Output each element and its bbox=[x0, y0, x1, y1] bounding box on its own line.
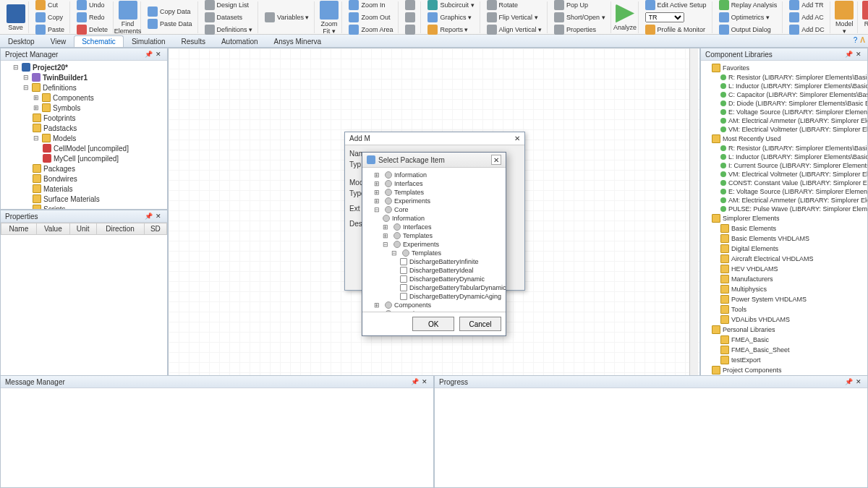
definitions-button[interactable]: Definitions ▾ bbox=[203, 24, 255, 35]
adddc-button[interactable]: Add DC bbox=[787, 24, 827, 35]
props-col[interactable]: SD bbox=[144, 223, 166, 235]
outputdialog-button[interactable]: Output Dialog bbox=[717, 24, 780, 35]
lib-mru-item[interactable]: R: Resistor (LIBRARY: Simplorer Elements… bbox=[720, 144, 865, 153]
pin-icon[interactable]: 📌 bbox=[144, 212, 153, 221]
lib-favorites[interactable]: Favorites bbox=[712, 63, 865, 73]
lib-personal[interactable]: Personal Libraries bbox=[712, 325, 865, 335]
rotate-button[interactable]: Rotate bbox=[485, 0, 545, 11]
close-icon[interactable]: ✕ bbox=[854, 377, 863, 386]
tree-footprints[interactable]: Footprints bbox=[33, 113, 166, 123]
lib-folder[interactable]: Power System VHDLAMS bbox=[720, 294, 865, 304]
shortopen-button[interactable]: Short/Open ▾ bbox=[552, 12, 608, 23]
lib-mru-item[interactable]: CONST: Constant Value (LIBRARY: Simplore… bbox=[720, 179, 865, 187]
addac-button[interactable]: Add AC bbox=[787, 12, 827, 23]
lib-mru-item[interactable]: VM: Electrical Voltmeter (LIBRARY: Simpl… bbox=[720, 170, 865, 179]
pkg-item[interactable]: Interfaces bbox=[383, 223, 503, 231]
pin-icon[interactable]: 📌 bbox=[844, 50, 853, 59]
lib-folder[interactable]: Digital Elements bbox=[720, 244, 865, 254]
tree-scripts[interactable]: Scripts bbox=[33, 204, 166, 209]
props-col[interactable]: Direction bbox=[96, 223, 144, 235]
project-tree[interactable]: Project20* TwinBuilder1 Definitions Comp… bbox=[1, 61, 167, 209]
lib-folder[interactable]: Basic Elements bbox=[720, 223, 865, 234]
tree-bondwires[interactable]: Bondwires bbox=[33, 174, 166, 184]
pin-icon[interactable]: 📌 bbox=[144, 50, 153, 59]
subcircuit-button[interactable]: Subcircuit ▾ bbox=[425, 0, 476, 11]
lib-folder[interactable]: Manufacturers bbox=[720, 274, 865, 284]
pkg-item[interactable]: Experiments bbox=[374, 197, 503, 205]
lib-personal-item[interactable]: testExport bbox=[720, 355, 865, 365]
ribbon-rom-group[interactable]: ROM ▾ bbox=[859, 1, 868, 33]
main-tab-ansys-minerva[interactable]: Ansys Minerva bbox=[266, 35, 330, 47]
close-icon[interactable]: ✕ bbox=[854, 50, 863, 59]
tree-project-root[interactable]: Project20* bbox=[12, 62, 166, 72]
lib-folder[interactable]: Aircraft Electrical VHDLAMS bbox=[720, 254, 865, 264]
lib-mru-item[interactable]: PULSE: Pulse Wave (LIBRARY: Simplorer El… bbox=[720, 205, 865, 213]
lib-favorite-item[interactable]: L: Inductor (LIBRARY: Simplorer Elements… bbox=[720, 82, 865, 90]
main-tab-simulation[interactable]: Simulation bbox=[124, 35, 174, 47]
popup-button[interactable]: Pop Up bbox=[552, 0, 608, 11]
tree-components[interactable]: Components bbox=[33, 93, 166, 103]
zoomfit-icon[interactable] bbox=[320, 1, 339, 20]
ribbon-model-group[interactable]: Model ▾ bbox=[832, 1, 858, 33]
undo-button[interactable]: Undo bbox=[75, 0, 110, 11]
tree-model-item[interactable]: CellModel [uncompiled] bbox=[43, 143, 166, 153]
cancel-button[interactable]: Cancel bbox=[459, 317, 501, 331]
designlist-button[interactable]: Design List bbox=[203, 0, 255, 11]
pastedata-button[interactable]: Paste Data bbox=[145, 18, 195, 30]
pkg-template-item[interactable]: DischargeBatteryDynamicAging bbox=[400, 292, 503, 301]
copy-button[interactable]: Copy bbox=[33, 12, 67, 23]
cut-button[interactable]: Cut bbox=[33, 0, 67, 11]
reports-button[interactable]: Reports ▾ bbox=[425, 24, 476, 35]
lib-folder[interactable]: Multiphysics bbox=[720, 284, 865, 294]
dialog-titlebar[interactable]: Select Package Item ✕ bbox=[362, 153, 506, 168]
pkg-item[interactable]: Templates bbox=[383, 231, 503, 240]
close-icon[interactable]: ✕ bbox=[514, 134, 520, 142]
copydata-button[interactable]: Copy Data bbox=[145, 6, 195, 17]
graphics-button[interactable]: Graphics ▾ bbox=[425, 12, 476, 23]
pkg-item-templates[interactable]: Templates bbox=[391, 249, 503, 257]
ok-button[interactable]: OK bbox=[412, 317, 454, 331]
arrow1-button[interactable] bbox=[403, 0, 417, 11]
variables-button[interactable]: Variables ▾ bbox=[263, 12, 311, 23]
pkg-item[interactable]: Information bbox=[374, 171, 503, 179]
lib-personal-item[interactable]: FMEA_Basic bbox=[720, 335, 865, 345]
paste-button[interactable]: Paste bbox=[33, 24, 67, 35]
save-icon[interactable] bbox=[7, 4, 25, 23]
message-area[interactable] bbox=[1, 388, 433, 487]
pkg-item-core[interactable]: Core bbox=[374, 205, 503, 214]
addtr-button[interactable]: Add TR bbox=[787, 0, 827, 11]
lib-mru-item[interactable]: E: Voltage Source (LIBRARY: Simplorer El… bbox=[720, 187, 865, 196]
package-tree[interactable]: Information Interfaces Templates Experim… bbox=[362, 168, 506, 312]
progress-area[interactable] bbox=[435, 388, 867, 487]
analyze-icon[interactable] bbox=[616, 4, 634, 23]
lib-folder[interactable]: Tools bbox=[720, 304, 865, 314]
tree-models[interactable]: Models bbox=[33, 133, 166, 143]
flipv-button[interactable]: Flip Vertical ▾ bbox=[485, 12, 545, 23]
optimetrics-button[interactable]: Optimetrics ▾ bbox=[717, 12, 780, 23]
lib-favorite-item[interactable]: AM: Electrical Ammeter (LIBRARY: Simplor… bbox=[720, 116, 865, 125]
delete-button[interactable]: Delete bbox=[75, 24, 110, 35]
pkg-item[interactable]: Information bbox=[383, 214, 503, 223]
arrow2-button[interactable] bbox=[403, 12, 417, 23]
props-col[interactable]: Name bbox=[1, 223, 37, 235]
lib-projcomp[interactable]: Project Components bbox=[712, 365, 865, 375]
find-icon[interactable] bbox=[119, 1, 137, 20]
main-tab-desktop[interactable]: Desktop bbox=[0, 35, 43, 47]
arrow3-button[interactable] bbox=[403, 24, 417, 35]
pkg-item[interactable]: Interfaces bbox=[374, 179, 503, 188]
lib-personal-item[interactable]: FMEA_Basic_Sheet bbox=[720, 345, 865, 355]
tree-model-item[interactable]: MyCell [uncompiled] bbox=[43, 153, 166, 163]
tree-symbols[interactable]: Symbols bbox=[33, 103, 166, 113]
help-icon[interactable]: ? bbox=[854, 36, 858, 44]
lib-favorite-item[interactable]: C: Capacitor (LIBRARY: Simplorer Element… bbox=[720, 90, 865, 99]
tree-materials[interactable]: Materials bbox=[33, 184, 166, 194]
properties-button[interactable]: Properties bbox=[552, 24, 608, 35]
props-col[interactable]: Unit bbox=[69, 223, 96, 235]
lib-favorite-item[interactable]: E: Voltage Source (LIBRARY: Simplorer El… bbox=[720, 108, 865, 116]
main-tab-automation[interactable]: Automation bbox=[213, 35, 266, 47]
tree-definitions[interactable]: Definitions bbox=[22, 82, 166, 93]
props-col[interactable]: Value bbox=[36, 223, 69, 235]
main-tab-results[interactable]: Results bbox=[174, 35, 213, 47]
tree-packages[interactable]: Packages bbox=[33, 163, 166, 174]
zoomarea-button[interactable]: Zoom Area bbox=[346, 24, 395, 35]
